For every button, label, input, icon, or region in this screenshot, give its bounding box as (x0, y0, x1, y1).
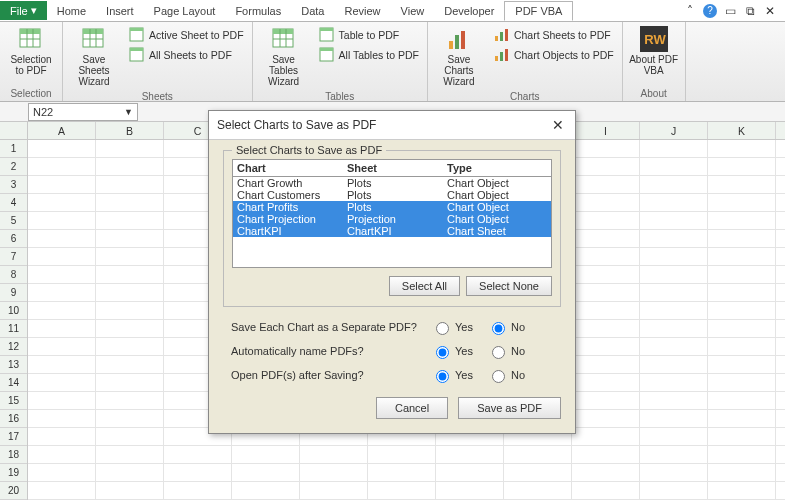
cell[interactable] (28, 464, 96, 482)
table-to-pdf-button[interactable]: Table to PDF (315, 26, 423, 44)
cell[interactable] (640, 428, 708, 446)
tab-file[interactable]: File ▾ (0, 1, 47, 20)
cell[interactable] (572, 338, 640, 356)
row-header[interactable]: 7 (0, 248, 27, 266)
cell[interactable] (28, 320, 96, 338)
column-header[interactable]: L (776, 122, 785, 139)
cell[interactable] (572, 410, 640, 428)
row-header[interactable]: 9 (0, 284, 27, 302)
row-header[interactable]: 11 (0, 320, 27, 338)
cell[interactable] (572, 428, 640, 446)
cell[interactable] (640, 464, 708, 482)
row-header[interactable]: 2 (0, 158, 27, 176)
cell[interactable] (572, 194, 640, 212)
tab-insert[interactable]: Insert (96, 2, 144, 20)
cell[interactable] (640, 284, 708, 302)
cell[interactable] (776, 176, 785, 194)
cell[interactable] (708, 464, 776, 482)
cell[interactable] (572, 482, 640, 500)
cell[interactable] (232, 446, 300, 464)
cell[interactable] (640, 176, 708, 194)
charts-list[interactable]: Chart Sheet Type Chart GrowthPlotsChart … (232, 159, 552, 268)
cell[interactable] (96, 212, 164, 230)
cell[interactable] (436, 446, 504, 464)
cell[interactable] (572, 302, 640, 320)
cell[interactable] (708, 410, 776, 428)
cell[interactable] (504, 482, 572, 500)
cell[interactable] (708, 248, 776, 266)
chart-list-row[interactable]: ChartKPIChartKPIChart Sheet (233, 225, 551, 237)
cell[interactable] (28, 374, 96, 392)
cell[interactable] (504, 446, 572, 464)
cell[interactable] (368, 464, 436, 482)
cell[interactable] (640, 248, 708, 266)
cell[interactable] (708, 194, 776, 212)
row-header[interactable]: 3 (0, 176, 27, 194)
cell[interactable] (708, 446, 776, 464)
row-header[interactable]: 18 (0, 446, 27, 464)
cell[interactable] (776, 446, 785, 464)
cell[interactable] (708, 392, 776, 410)
cell[interactable] (300, 446, 368, 464)
chart-list-row[interactable]: Chart CustomersPlotsChart Object (233, 189, 551, 201)
cell[interactable] (164, 464, 232, 482)
row-header[interactable]: 8 (0, 266, 27, 284)
cell[interactable] (776, 230, 785, 248)
cell[interactable] (28, 140, 96, 158)
chart-objects-to-pdf-button[interactable]: Chart Objects to PDF (490, 46, 618, 64)
collapse-ribbon-icon[interactable]: ˄ (683, 4, 697, 18)
cell[interactable] (28, 176, 96, 194)
row-header[interactable]: 12 (0, 338, 27, 356)
cell[interactable] (96, 428, 164, 446)
tab-data[interactable]: Data (291, 2, 334, 20)
radio-input[interactable] (492, 346, 505, 359)
cell[interactable] (300, 482, 368, 500)
cell[interactable] (572, 212, 640, 230)
save-tables-wizard-button[interactable]: Save Tables Wizard (257, 24, 311, 89)
cell[interactable] (640, 482, 708, 500)
radio-input[interactable] (492, 370, 505, 383)
cell[interactable] (776, 284, 785, 302)
selection-to-pdf-button[interactable]: Selection to PDF (4, 24, 58, 78)
cell[interactable] (96, 230, 164, 248)
cell[interactable] (96, 374, 164, 392)
cell[interactable] (28, 212, 96, 230)
cell[interactable] (708, 356, 776, 374)
cell[interactable] (776, 248, 785, 266)
radio-no[interactable]: No (487, 319, 525, 335)
cell[interactable] (96, 356, 164, 374)
column-header[interactable]: I (572, 122, 640, 139)
cell[interactable] (96, 284, 164, 302)
cell[interactable] (572, 284, 640, 302)
save-as-pdf-button[interactable]: Save as PDF (458, 397, 561, 419)
cell[interactable] (640, 302, 708, 320)
cell[interactable] (96, 194, 164, 212)
cell[interactable] (28, 338, 96, 356)
cell[interactable] (640, 374, 708, 392)
active-sheet-to-pdf-button[interactable]: Active Sheet to PDF (125, 26, 248, 44)
cell[interactable] (776, 392, 785, 410)
cell[interactable] (164, 446, 232, 464)
row-header[interactable]: 13 (0, 356, 27, 374)
column-header[interactable]: J (640, 122, 708, 139)
cell[interactable] (572, 356, 640, 374)
row-header[interactable]: 15 (0, 392, 27, 410)
cell[interactable] (28, 428, 96, 446)
cell[interactable] (28, 392, 96, 410)
cell[interactable] (28, 410, 96, 428)
cell[interactable] (640, 158, 708, 176)
radio-yes[interactable]: Yes (431, 319, 473, 335)
cell[interactable] (572, 158, 640, 176)
cell[interactable] (28, 230, 96, 248)
row-header[interactable]: 14 (0, 374, 27, 392)
cell[interactable] (572, 266, 640, 284)
cell[interactable] (708, 482, 776, 500)
cell[interactable] (96, 176, 164, 194)
cell[interactable] (708, 230, 776, 248)
restore-icon[interactable]: ⧉ (743, 4, 757, 18)
cell[interactable] (640, 212, 708, 230)
window-icon[interactable]: ▭ (723, 4, 737, 18)
cell[interactable] (28, 482, 96, 500)
help-icon[interactable]: ? (703, 4, 717, 18)
radio-no[interactable]: No (487, 343, 525, 359)
